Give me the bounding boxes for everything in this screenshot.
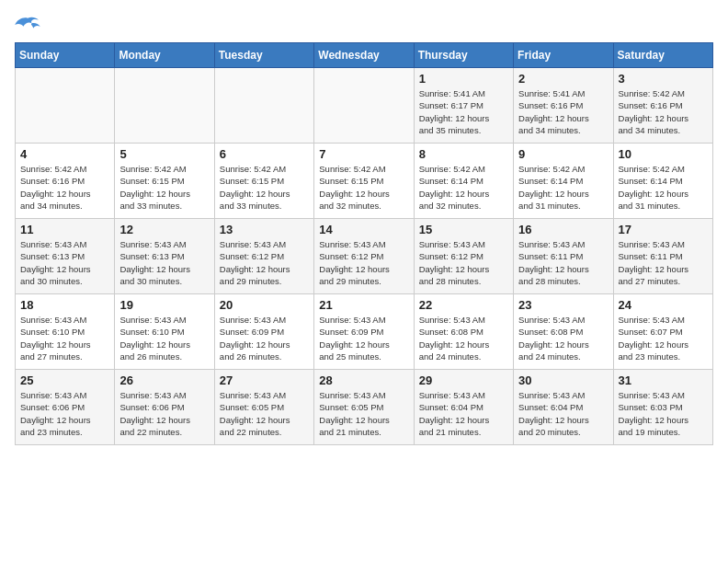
day-number: 20 — [220, 298, 309, 312]
day-cell — [214, 68, 313, 144]
day-cell: 23Sunrise: 5:43 AM Sunset: 6:08 PM Dayli… — [514, 294, 613, 370]
day-cell: 10Sunrise: 5:42 AM Sunset: 6:14 PM Dayli… — [613, 144, 712, 219]
day-cell: 5Sunrise: 5:42 AM Sunset: 6:15 PM Daylig… — [115, 144, 214, 219]
week-row-5: 25Sunrise: 5:43 AM Sunset: 6:06 PM Dayli… — [16, 370, 713, 445]
day-number: 5 — [119, 147, 209, 161]
day-cell: 20Sunrise: 5:43 AM Sunset: 6:09 PM Dayli… — [214, 294, 313, 370]
day-header-monday: Monday — [115, 43, 214, 68]
day-number: 13 — [220, 223, 309, 236]
day-number: 7 — [319, 147, 408, 161]
day-cell: 31Sunrise: 5:43 AM Sunset: 6:03 PM Dayli… — [613, 370, 712, 445]
day-number: 10 — [619, 147, 708, 161]
day-cell: 30Sunrise: 5:43 AM Sunset: 6:04 PM Dayli… — [514, 370, 613, 445]
day-info: Sunrise: 5:42 AM Sunset: 6:16 PM Dayligh… — [619, 87, 708, 136]
day-cell: 18Sunrise: 5:43 AM Sunset: 6:10 PM Dayli… — [16, 294, 115, 370]
day-info: Sunrise: 5:42 AM Sunset: 6:16 PM Dayligh… — [20, 163, 109, 212]
day-cell: 8Sunrise: 5:42 AM Sunset: 6:14 PM Daylig… — [414, 144, 513, 219]
day-info: Sunrise: 5:42 AM Sunset: 6:15 PM Dayligh… — [119, 163, 209, 212]
day-number: 1 — [419, 72, 508, 86]
day-number: 15 — [419, 223, 508, 236]
logo-icon — [15, 15, 40, 35]
day-cell: 27Sunrise: 5:43 AM Sunset: 6:05 PM Dayli… — [214, 370, 313, 445]
day-number: 9 — [518, 147, 608, 161]
day-number: 3 — [619, 72, 708, 86]
day-info: Sunrise: 5:43 AM Sunset: 6:03 PM Dayligh… — [619, 389, 708, 438]
day-info: Sunrise: 5:43 AM Sunset: 6:10 PM Dayligh… — [20, 314, 109, 362]
week-row-3: 11Sunrise: 5:43 AM Sunset: 6:13 PM Dayli… — [16, 219, 713, 294]
day-cell: 6Sunrise: 5:42 AM Sunset: 6:15 PM Daylig… — [214, 144, 313, 219]
day-info: Sunrise: 5:43 AM Sunset: 6:11 PM Dayligh… — [619, 238, 708, 287]
day-cell: 15Sunrise: 5:43 AM Sunset: 6:12 PM Dayli… — [414, 219, 513, 294]
day-number: 28 — [319, 373, 408, 387]
day-number: 30 — [518, 373, 608, 387]
day-number: 2 — [518, 72, 608, 86]
day-cell: 21Sunrise: 5:43 AM Sunset: 6:09 PM Dayli… — [314, 294, 414, 370]
day-info: Sunrise: 5:43 AM Sunset: 6:04 PM Dayligh… — [518, 389, 608, 438]
day-number: 11 — [20, 223, 109, 236]
day-info: Sunrise: 5:43 AM Sunset: 6:08 PM Dayligh… — [419, 314, 508, 362]
day-info: Sunrise: 5:43 AM Sunset: 6:13 PM Dayligh… — [20, 238, 109, 287]
day-number: 19 — [119, 298, 209, 312]
day-cell: 26Sunrise: 5:43 AM Sunset: 6:06 PM Dayli… — [115, 370, 214, 445]
day-info: Sunrise: 5:43 AM Sunset: 6:10 PM Dayligh… — [119, 314, 209, 362]
day-cell: 12Sunrise: 5:43 AM Sunset: 6:13 PM Dayli… — [115, 219, 214, 294]
page-header — [15, 15, 713, 35]
day-number: 4 — [20, 147, 109, 161]
day-number: 21 — [319, 298, 408, 312]
day-cell: 2Sunrise: 5:41 AM Sunset: 6:16 PM Daylig… — [514, 68, 613, 144]
week-row-1: 1Sunrise: 5:41 AM Sunset: 6:17 PM Daylig… — [16, 68, 713, 144]
day-cell: 17Sunrise: 5:43 AM Sunset: 6:11 PM Dayli… — [613, 219, 712, 294]
day-info: Sunrise: 5:43 AM Sunset: 6:06 PM Dayligh… — [20, 389, 109, 438]
day-info: Sunrise: 5:43 AM Sunset: 6:05 PM Dayligh… — [319, 389, 408, 438]
day-cell: 24Sunrise: 5:43 AM Sunset: 6:07 PM Dayli… — [613, 294, 712, 370]
day-info: Sunrise: 5:41 AM Sunset: 6:16 PM Dayligh… — [518, 87, 608, 136]
day-info: Sunrise: 5:42 AM Sunset: 6:14 PM Dayligh… — [419, 163, 508, 212]
day-cell: 3Sunrise: 5:42 AM Sunset: 6:16 PM Daylig… — [613, 68, 712, 144]
day-cell: 9Sunrise: 5:42 AM Sunset: 6:14 PM Daylig… — [514, 144, 613, 219]
day-number: 29 — [419, 373, 508, 387]
day-number: 31 — [619, 373, 708, 387]
day-info: Sunrise: 5:43 AM Sunset: 6:11 PM Dayligh… — [518, 238, 608, 287]
day-number: 22 — [419, 298, 508, 312]
day-cell: 7Sunrise: 5:42 AM Sunset: 6:15 PM Daylig… — [314, 144, 414, 219]
day-cell — [16, 68, 115, 144]
day-info: Sunrise: 5:42 AM Sunset: 6:14 PM Dayligh… — [518, 163, 608, 212]
week-row-2: 4Sunrise: 5:42 AM Sunset: 6:16 PM Daylig… — [16, 144, 713, 219]
day-cell — [115, 68, 214, 144]
day-info: Sunrise: 5:43 AM Sunset: 6:04 PM Dayligh… — [419, 389, 508, 438]
day-header-friday: Friday — [514, 43, 613, 68]
day-info: Sunrise: 5:43 AM Sunset: 6:09 PM Dayligh… — [220, 314, 309, 362]
week-row-4: 18Sunrise: 5:43 AM Sunset: 6:10 PM Dayli… — [16, 294, 713, 370]
day-number: 25 — [20, 373, 109, 387]
day-cell: 22Sunrise: 5:43 AM Sunset: 6:08 PM Dayli… — [414, 294, 513, 370]
day-cell — [314, 68, 414, 144]
calendar-table: SundayMondayTuesdayWednesdayThursdayFrid… — [15, 42, 713, 445]
day-cell: 4Sunrise: 5:42 AM Sunset: 6:16 PM Daylig… — [16, 144, 115, 219]
day-info: Sunrise: 5:41 AM Sunset: 6:17 PM Dayligh… — [419, 87, 508, 136]
day-header-wednesday: Wednesday — [314, 43, 414, 68]
header-row: SundayMondayTuesdayWednesdayThursdayFrid… — [16, 43, 713, 68]
day-cell: 28Sunrise: 5:43 AM Sunset: 6:05 PM Dayli… — [314, 370, 414, 445]
day-cell: 25Sunrise: 5:43 AM Sunset: 6:06 PM Dayli… — [16, 370, 115, 445]
day-number: 17 — [619, 223, 708, 236]
day-info: Sunrise: 5:42 AM Sunset: 6:15 PM Dayligh… — [319, 163, 408, 212]
day-header-thursday: Thursday — [414, 43, 513, 68]
day-info: Sunrise: 5:42 AM Sunset: 6:14 PM Dayligh… — [619, 163, 708, 212]
day-number: 27 — [220, 373, 309, 387]
day-cell: 19Sunrise: 5:43 AM Sunset: 6:10 PM Dayli… — [115, 294, 214, 370]
day-header-saturday: Saturday — [613, 43, 712, 68]
day-cell: 14Sunrise: 5:43 AM Sunset: 6:12 PM Dayli… — [314, 219, 414, 294]
day-number: 23 — [518, 298, 608, 312]
day-info: Sunrise: 5:43 AM Sunset: 6:13 PM Dayligh… — [119, 238, 209, 287]
day-info: Sunrise: 5:43 AM Sunset: 6:08 PM Dayligh… — [518, 314, 608, 362]
day-info: Sunrise: 5:43 AM Sunset: 6:12 PM Dayligh… — [319, 238, 408, 287]
day-cell: 29Sunrise: 5:43 AM Sunset: 6:04 PM Dayli… — [414, 370, 513, 445]
day-number: 14 — [319, 223, 408, 236]
day-cell: 13Sunrise: 5:43 AM Sunset: 6:12 PM Dayli… — [214, 219, 313, 294]
day-cell: 1Sunrise: 5:41 AM Sunset: 6:17 PM Daylig… — [414, 68, 513, 144]
day-info: Sunrise: 5:42 AM Sunset: 6:15 PM Dayligh… — [220, 163, 309, 212]
day-info: Sunrise: 5:43 AM Sunset: 6:06 PM Dayligh… — [119, 389, 209, 438]
logo — [15, 15, 44, 35]
day-cell: 11Sunrise: 5:43 AM Sunset: 6:13 PM Dayli… — [16, 219, 115, 294]
day-info: Sunrise: 5:43 AM Sunset: 6:12 PM Dayligh… — [220, 238, 309, 287]
